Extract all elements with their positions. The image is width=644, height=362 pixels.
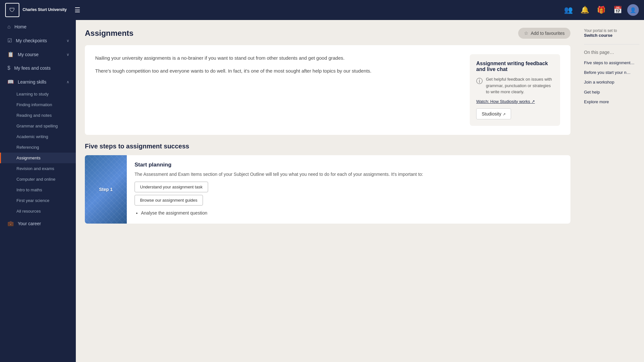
- sidebar-item-reading-and-notes[interactable]: Reading and notes: [0, 110, 76, 121]
- bullet-list: Analyse the assignment question: [135, 209, 563, 217]
- external-link-icon: ↗: [531, 99, 535, 104]
- user-avatar[interactable]: 👤: [627, 4, 639, 16]
- intro-para-2: There's tough competition too and everyo…: [95, 67, 462, 75]
- sidebar-label-course: My course: [18, 52, 63, 57]
- sidebar-item-assignments[interactable]: Assignments: [0, 153, 76, 163]
- logo: 🛡 Charles Sturt University: [5, 3, 67, 17]
- main-content: Assignments ☆ Add to favourites Nailing …: [76, 20, 579, 362]
- sidebar-item-fees[interactable]: $ My fees and costs: [0, 61, 76, 75]
- sidebar-item-academic-writing[interactable]: Academic writing: [0, 131, 76, 142]
- page-title: Assignments: [85, 29, 134, 38]
- step-detail: Start planning The Assessment and Exam I…: [127, 155, 570, 224]
- section-title: Five steps to assignment success: [85, 143, 570, 150]
- step-buttons: Understand your assignment task Browse o…: [135, 182, 563, 206]
- add-favourites-button[interactable]: ☆ Add to favourites: [518, 28, 570, 39]
- sidebar-item-finding-information[interactable]: Finding information: [0, 99, 76, 110]
- sidebar-card-title: Assignment writing feedback and live cha…: [476, 61, 554, 72]
- page-header: Assignments ☆ Add to favourites: [85, 28, 570, 39]
- sidebar-label-learning: Learning skills: [18, 79, 63, 85]
- studiosity-button[interactable]: Studiosity ↗: [476, 108, 511, 119]
- sidebar-item-intro-to-maths[interactable]: Intro to maths: [0, 185, 76, 195]
- sidebar-item-home[interactable]: ⌂ Home: [0, 20, 76, 34]
- step-image-inner: Step 1: [85, 155, 127, 224]
- chevron-down-icon: ∨: [66, 38, 69, 43]
- add-favourites-label: Add to favourites: [531, 31, 565, 36]
- step-card: Step 1 Start planning The Assessment and…: [85, 155, 570, 224]
- sidebar-item-learning-skills[interactable]: 📖 Learning skills ∧: [0, 75, 76, 89]
- toc-title: On this page…: [584, 50, 639, 55]
- chevron-down-icon-course: ∨: [66, 52, 69, 57]
- portal-prefix: Your portal is set to: [584, 28, 617, 33]
- intro-para-1: Nailing your university assignments is a…: [95, 54, 462, 62]
- external-icon-studiosity: ↗: [503, 112, 506, 116]
- toc-link-0[interactable]: Five steps to assignment…: [584, 60, 639, 66]
- step-description: The Assessment and Exam Items section of…: [135, 171, 563, 178]
- chevron-up-icon: ∧: [66, 80, 69, 84]
- sidebar-label-fees: My fees and costs: [14, 65, 69, 71]
- learning-icon: 📖: [7, 79, 14, 85]
- sidebar-label-checkpoints: My checkpoints: [16, 38, 63, 43]
- logo-text: Charles Sturt University: [23, 7, 67, 13]
- watch-link[interactable]: Watch: How Studiosity works ↗: [476, 99, 554, 104]
- sidebar-label-career: Your career: [18, 221, 69, 226]
- sidebar-item-all-resources[interactable]: All resources: [0, 206, 76, 216]
- toc-link-4[interactable]: Explore more: [584, 99, 639, 105]
- sidebar-item-computer-and-online[interactable]: Computer and online: [0, 174, 76, 185]
- menu-toggle-icon[interactable]: ☰: [72, 4, 83, 16]
- sidebar-item-grammar-and-spelling[interactable]: Grammar and spelling: [0, 121, 76, 131]
- calendar-icon[interactable]: 📅: [611, 3, 625, 17]
- portal-switch-link[interactable]: Switch course: [584, 33, 612, 38]
- users-icon[interactable]: 👥: [561, 3, 575, 17]
- checkpoints-icon: ☑: [7, 37, 12, 44]
- right-sidebar: Your portal is set to Switch course On t…: [579, 20, 644, 362]
- gift-icon[interactable]: 🎁: [594, 3, 608, 17]
- info-description: Get helpful feedback on issues with gram…: [486, 76, 554, 95]
- sidebar-item-revision-and-exams[interactable]: Revision and exams: [0, 163, 76, 174]
- career-icon: 💼: [7, 220, 14, 226]
- top-navigation: 🛡 Charles Sturt University ☰ 👥 🔔 🎁 📅 👤: [0, 0, 644, 20]
- step-image: Step 1: [85, 155, 127, 224]
- info-circle-icon: ⓘ: [476, 77, 483, 85]
- star-icon: ☆: [524, 30, 528, 36]
- bell-icon[interactable]: 🔔: [578, 3, 592, 17]
- sidebar-item-checkpoints[interactable]: ☑ My checkpoints ∨: [0, 34, 76, 47]
- sidebar-item-learning-to-study[interactable]: Learning to study: [0, 89, 76, 99]
- sidebar-item-referencing[interactable]: Referencing: [0, 142, 76, 153]
- sidebar-card: Assignment writing feedback and live cha…: [470, 54, 560, 126]
- bullet-item: Analyse the assignment question: [141, 209, 563, 217]
- intro-text: Nailing your university assignments is a…: [95, 54, 462, 126]
- fees-icon: $: [7, 65, 10, 71]
- toc-link-1[interactable]: Before you start your n…: [584, 70, 639, 75]
- sidebar-item-first-year-science[interactable]: First year science: [0, 195, 76, 206]
- sidebar: ⌂ Home ☑ My checkpoints ∨ 📋 My course ∨ …: [0, 20, 76, 362]
- toc-link-3[interactable]: Get help: [584, 89, 639, 95]
- watch-link-text: Watch: How Studiosity works: [476, 99, 530, 104]
- understand-task-button[interactable]: Understand your assignment task: [135, 182, 208, 192]
- home-icon: ⌂: [7, 24, 11, 30]
- intro-card: Nailing your university assignments is a…: [85, 45, 570, 135]
- sidebar-item-label: Home: [15, 24, 69, 29]
- info-row: ⓘ Get helpful feedback on issues with gr…: [476, 76, 554, 95]
- step-label: Step 1: [99, 187, 113, 192]
- studiosity-label: Studiosity: [482, 111, 501, 116]
- step-heading: Start planning: [135, 162, 563, 168]
- sidebar-item-course[interactable]: 📋 My course ∨: [0, 47, 76, 61]
- sidebar-item-your-career[interactable]: 💼 Your career: [0, 216, 76, 230]
- browse-guides-button[interactable]: Browse our assignment guides: [135, 195, 203, 206]
- logo-shield-icon: 🛡: [5, 3, 19, 17]
- toc-link-2[interactable]: Join a workshop: [584, 79, 639, 85]
- course-icon: 📋: [7, 51, 14, 57]
